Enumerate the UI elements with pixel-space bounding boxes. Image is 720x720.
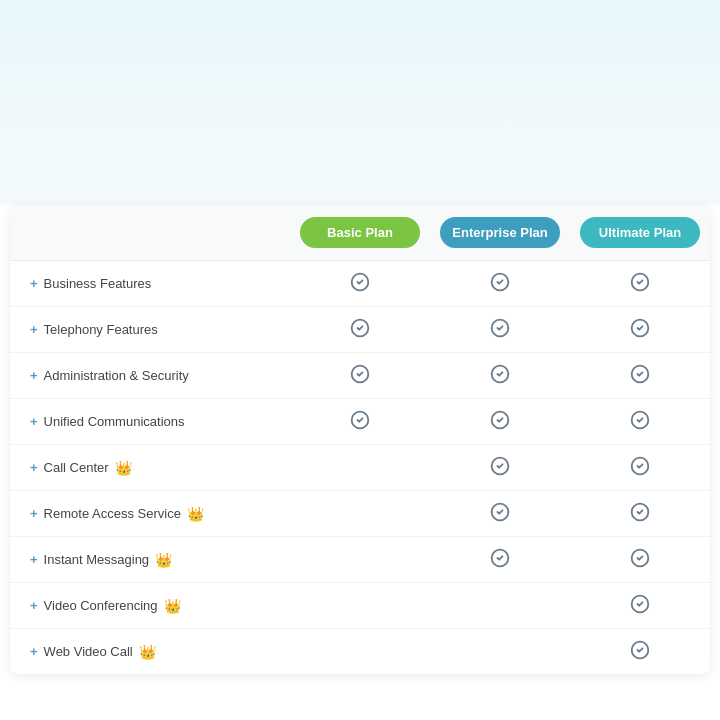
expand-plus-icon[interactable]: +	[30, 552, 38, 567]
feature-name: Unified Communications	[44, 414, 185, 429]
feature-name: Instant Messaging	[44, 552, 150, 567]
enterprise-check-cell	[430, 363, 570, 388]
check-icon	[489, 501, 511, 523]
check-icon	[629, 639, 651, 661]
features-list: + Business Features + Telephony Features…	[10, 261, 710, 674]
ultimate-check-cell	[570, 639, 710, 664]
expand-plus-icon[interactable]: +	[30, 644, 38, 659]
check-icon	[629, 409, 651, 431]
ultimate-check-cell	[570, 547, 710, 572]
crown-icon: 👑	[115, 460, 132, 476]
check-icon	[489, 547, 511, 569]
table-row[interactable]: + Web Video Call👑	[10, 629, 710, 674]
enterprise-check-cell	[430, 317, 570, 342]
feature-name: Business Features	[44, 276, 152, 291]
top-area	[0, 0, 720, 205]
check-icon	[629, 455, 651, 477]
check-icon	[489, 271, 511, 293]
check-icon	[629, 271, 651, 293]
table-row[interactable]: + Telephony Features	[10, 307, 710, 353]
ultimate-check-cell	[570, 271, 710, 296]
basic-check-cell	[290, 363, 430, 388]
pricing-table: Basic Plan Enterprise Plan Ultimate Plan…	[10, 205, 710, 674]
expand-plus-icon[interactable]: +	[30, 322, 38, 337]
feature-name: Administration & Security	[44, 368, 189, 383]
expand-plus-icon[interactable]: +	[30, 506, 38, 521]
check-icon	[349, 271, 371, 293]
table-row[interactable]: + Business Features	[10, 261, 710, 307]
feature-label: + Call Center👑	[10, 460, 290, 476]
expand-plus-icon[interactable]: +	[30, 276, 38, 291]
expand-plus-icon[interactable]: +	[30, 460, 38, 475]
feature-label: + Business Features	[10, 276, 290, 291]
check-icon	[629, 363, 651, 385]
basic-check-cell	[290, 317, 430, 342]
check-icon	[349, 363, 371, 385]
check-icon	[489, 409, 511, 431]
enterprise-check-cell	[430, 547, 570, 572]
ultimate-check-cell	[570, 409, 710, 434]
ultimate-plan-button[interactable]: Ultimate Plan	[580, 217, 700, 248]
crown-icon: 👑	[139, 644, 156, 660]
crown-icon: 👑	[187, 506, 204, 522]
check-icon	[629, 593, 651, 615]
check-icon	[349, 409, 371, 431]
enterprise-plan-button[interactable]: Enterprise Plan	[440, 217, 560, 248]
table-row[interactable]: + Call Center👑	[10, 445, 710, 491]
basic-check-cell	[290, 271, 430, 296]
basic-plan-button[interactable]: Basic Plan	[300, 217, 420, 248]
enterprise-check-cell	[430, 409, 570, 434]
feature-label: + Instant Messaging👑	[10, 552, 290, 568]
ultimate-check-cell	[570, 363, 710, 388]
feature-label: + Telephony Features	[10, 322, 290, 337]
check-icon	[629, 501, 651, 523]
table-row[interactable]: + Instant Messaging👑	[10, 537, 710, 583]
feature-name: Video Conferencing	[44, 598, 158, 613]
enterprise-check-cell	[430, 455, 570, 480]
feature-label: + Remote Access Service👑	[10, 506, 290, 522]
feature-name: Web Video Call	[44, 644, 133, 659]
enterprise-check-cell	[430, 501, 570, 526]
basic-check-cell	[290, 409, 430, 434]
check-icon	[489, 455, 511, 477]
feature-label: + Video Conferencing👑	[10, 598, 290, 614]
feature-label: + Administration & Security	[10, 368, 290, 383]
check-icon	[629, 317, 651, 339]
ultimate-check-cell	[570, 317, 710, 342]
check-icon	[489, 363, 511, 385]
check-icon	[489, 317, 511, 339]
feature-name: Remote Access Service	[44, 506, 181, 521]
plan-header: Basic Plan Enterprise Plan Ultimate Plan	[10, 205, 710, 261]
feature-name: Telephony Features	[44, 322, 158, 337]
crown-icon: 👑	[164, 598, 181, 614]
table-row[interactable]: + Video Conferencing👑	[10, 583, 710, 629]
expand-plus-icon[interactable]: +	[30, 414, 38, 429]
table-row[interactable]: + Administration & Security	[10, 353, 710, 399]
feature-label: + Unified Communications	[10, 414, 290, 429]
crown-icon: 👑	[155, 552, 172, 568]
table-row[interactable]: + Unified Communications	[10, 399, 710, 445]
ultimate-check-cell	[570, 501, 710, 526]
check-icon	[629, 547, 651, 569]
ultimate-check-cell	[570, 593, 710, 618]
ultimate-check-cell	[570, 455, 710, 480]
enterprise-check-cell	[430, 271, 570, 296]
table-row[interactable]: + Remote Access Service👑	[10, 491, 710, 537]
expand-plus-icon[interactable]: +	[30, 598, 38, 613]
feature-label: + Web Video Call👑	[10, 644, 290, 660]
expand-plus-icon[interactable]: +	[30, 368, 38, 383]
feature-name: Call Center	[44, 460, 109, 475]
check-icon	[349, 317, 371, 339]
